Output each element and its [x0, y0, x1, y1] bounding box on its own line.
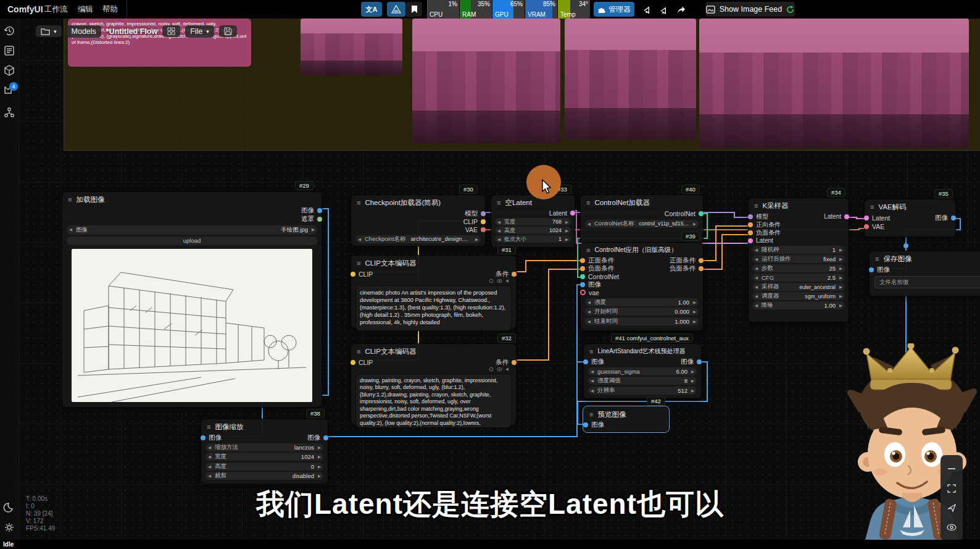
input-port-clip[interactable]: CLIP: [351, 270, 373, 278]
scale-method-widget[interactable]: 缩放方法lanczos: [206, 443, 323, 451]
input-port-vae[interactable]: VAE: [864, 223, 884, 230]
workflows-icon[interactable]: [3, 106, 15, 119]
node-menu-icon[interactable]: ≡: [586, 247, 590, 254]
intensity-threshold-widget[interactable]: 强度阈值8: [588, 377, 697, 385]
node-save-image[interactable]: ≡ 保存图像 图像 文件名前缀: [869, 251, 980, 296]
input-port-image[interactable]: 图像: [201, 434, 222, 442]
node-checkpoint-loader[interactable]: ≡ Checkpoint加载器(简易) 模型 CLIP VAE Checkpoi…: [351, 195, 486, 246]
input-port-positive[interactable]: 正向条件: [748, 220, 781, 229]
node-menu-icon[interactable]: ≡: [586, 199, 590, 206]
sampler-widget[interactable]: 采样器euler_ancestral: [752, 283, 845, 291]
output-port-image[interactable]: 图像: [301, 206, 322, 215]
gaussian-sigma-widget[interactable]: guassian_sigma6.00: [588, 367, 697, 375]
manager-button[interactable]: 管理器: [594, 2, 634, 17]
node-menu-icon[interactable]: ≡: [589, 348, 593, 355]
prompt-textarea[interactable]: drawing, painting, crayon, sketch, graph…: [355, 374, 512, 428]
prompt-textarea[interactable]: cinematic photo An artist's impression o…: [355, 285, 512, 331]
checkpoint-name-widget[interactable]: Checkpoint名称 architecutre_design元技能-Yuan…: [355, 235, 481, 243]
input-port-image[interactable]: 图像: [869, 266, 890, 274]
logo-toggle-button[interactable]: [387, 2, 405, 17]
node-menu-icon[interactable]: ≡: [207, 424, 210, 430]
node-menu-icon[interactable]: ≡: [68, 196, 72, 203]
node-menu-icon[interactable]: ≡: [754, 203, 758, 209]
output-port-cond[interactable]: 条件: [496, 358, 517, 367]
eye-icon[interactable]: [497, 367, 502, 372]
input-port-controlnet[interactable]: ControlNet: [580, 273, 619, 280]
output-port-positive[interactable]: 正面条件: [670, 256, 704, 265]
controlnet-name-widget[interactable]: ControlNet名称 control_v11p_sd15_lineart.p…: [585, 220, 699, 228]
speaker-icon[interactable]: [505, 279, 510, 283]
input-port-model[interactable]: 模型: [748, 212, 768, 221]
node-ksampler[interactable]: ≡ K采样器 模型 Latent 正向条件 负面条件 Latent 随机种1 运…: [748, 198, 849, 322]
crop-widget[interactable]: 裁剪disabled: [206, 472, 323, 480]
node-controlnet-apply[interactable]: ≡ ControlNet应用（旧版高级） 正面条件 正面条件 负面条件 负面条件…: [580, 242, 704, 331]
output-port-mask[interactable]: 遮罩: [301, 215, 322, 224]
input-port-negative[interactable]: 负面条件: [748, 228, 781, 237]
output-port-image[interactable]: 图像: [935, 214, 956, 222]
node-clip-encode-positive[interactable]: ≡ CLIP文本编码器 CLIP 条件 cinematic photo An a…: [351, 255, 517, 329]
input-port-positive[interactable]: 正面条件: [580, 256, 614, 265]
end-percent-widget[interactable]: 结束时间1.000: [585, 317, 699, 325]
height-widget[interactable]: 高度0: [206, 463, 323, 471]
output-port-latent[interactable]: Latent: [824, 213, 849, 220]
horn-button-2[interactable]: [655, 2, 670, 17]
output-port-image[interactable]: 图像: [681, 358, 702, 366]
filename-prefix-input[interactable]: 文件名前缀: [874, 276, 980, 288]
menu-edit[interactable]: 编辑: [78, 0, 93, 19]
input-port-latent[interactable]: Latent: [748, 237, 773, 244]
upload-button[interactable]: upload: [67, 237, 317, 245]
menu-help[interactable]: 帮助: [102, 0, 118, 19]
output-port-cond[interactable]: 条件: [496, 270, 517, 279]
theme-toggle-icon[interactable]: [3, 501, 15, 514]
input-port-negative[interactable]: 负面条件: [580, 264, 614, 273]
node-menu-icon[interactable]: ≡: [870, 204, 874, 211]
seed-widget[interactable]: 随机种1: [752, 246, 845, 254]
output-port-vae[interactable]: VAE: [465, 226, 486, 233]
denoise-widget[interactable]: 降噪1.00: [752, 301, 845, 309]
image-file-widget[interactable]: 图像 手绘图.jpg: [67, 225, 317, 235]
workflow-tab[interactable]: *Untitled Flow: [106, 27, 157, 36]
model-library-icon[interactable]: [3, 64, 15, 77]
horn-button-1[interactable]: [639, 2, 654, 17]
share-button[interactable]: [673, 2, 689, 17]
node-menu-icon[interactable]: ≡: [357, 199, 360, 206]
save-button[interactable]: [219, 25, 237, 37]
bookmark-button[interactable]: [406, 2, 422, 17]
menu-workflow[interactable]: 工作流: [44, 0, 68, 19]
after-run-widget[interactable]: 运行后操作fixed: [752, 255, 845, 263]
node-menu-icon[interactable]: ≡: [497, 199, 500, 206]
input-port-clip[interactable]: CLIP: [351, 359, 373, 366]
input-port-image[interactable]: 图像: [583, 421, 604, 429]
width-widget[interactable]: 宽度1024: [206, 453, 323, 461]
models-button[interactable]: Models: [67, 25, 101, 38]
input-port-image[interactable]: 图像: [580, 280, 601, 289]
node-clip-encode-negative[interactable]: ≡ CLIP文本编码器 CLIP 条件 drawing, painting, c…: [351, 343, 517, 425]
zoom-out-icon[interactable]: [946, 463, 957, 474]
node-canvas[interactable]: crayon, sketch, graphite, impressionist,…: [0, 0, 980, 549]
node-menu-icon[interactable]: ≡: [875, 256, 879, 262]
grid-icon[interactable]: [162, 25, 180, 37]
reroute-dot[interactable]: [903, 243, 908, 248]
app-logo[interactable]: ComfyUI: [7, 0, 43, 19]
start-percent-widget[interactable]: 开始时间0.000: [585, 308, 699, 316]
node-load-image[interactable]: ≡ 加载图像 图像 遮罩 图像 手绘图.jpg upload: [62, 191, 322, 408]
node-preview-image[interactable]: ≡ 预览图像 图像: [583, 406, 669, 432]
cfg-widget[interactable]: CFG2.5: [752, 274, 845, 282]
node-library-icon[interactable]: [3, 44, 15, 57]
strength-widget[interactable]: 强度1.00: [585, 298, 699, 306]
input-port-vae[interactable]: vae: [580, 289, 599, 296]
pin-icon[interactable]: [489, 367, 494, 372]
height-widget[interactable]: 高度1024: [495, 227, 571, 234]
translate-button[interactable]: 文A: [361, 2, 382, 17]
steps-widget[interactable]: 步数25: [752, 264, 845, 272]
input-port-image[interactable]: 图像: [583, 358, 604, 366]
eye-icon[interactable]: [497, 279, 502, 283]
output-port-controlnet[interactable]: ControlNet: [665, 210, 704, 217]
history-icon[interactable]: [3, 25, 15, 37]
output-port-latent[interactable]: Latent: [549, 209, 575, 217]
batch-size-widget[interactable]: 批次大小1: [495, 235, 571, 243]
open-workflow-button[interactable]: ▾: [36, 25, 62, 37]
node-menu-icon[interactable]: ≡: [357, 348, 360, 355]
show-image-feed-button[interactable]: Show Image Feed: [705, 2, 795, 17]
settings-gear-icon[interactable]: [3, 521, 15, 534]
